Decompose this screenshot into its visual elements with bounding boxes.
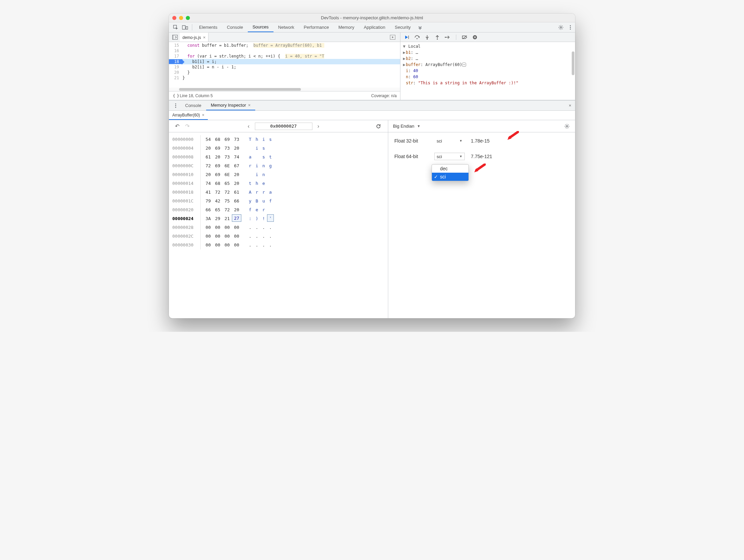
hex-byte[interactable]: 66 [203,206,213,214]
navigator-toggle-icon[interactable] [170,35,180,40]
scope-variable[interactable]: i: 40 [402,68,573,74]
hex-byte[interactable]: 20 [232,206,241,214]
hex-ascii-char[interactable]: r [247,161,254,170]
hex-ascii-char[interactable]: r [260,188,267,197]
scope-variable[interactable]: ▶ buffer: ArrayBuffer(60) ⋯ [402,62,573,68]
code-line[interactable]: 15 const buffer = b1.buffer; buffer = Ar… [169,43,400,48]
step-into-icon[interactable] [424,34,430,40]
hex-ascii-char[interactable]: f [267,197,274,206]
scope-variable[interactable]: ▶ b2: … [402,56,573,62]
close-buffer-icon[interactable]: × [202,113,204,117]
step-out-icon[interactable] [434,34,440,40]
hex-ascii-char[interactable]: e [254,206,260,214]
tab-security[interactable]: Security [390,22,415,32]
hex-byte[interactable]: 21 [222,214,232,223]
hex-ascii-char[interactable] [267,144,274,153]
hex-ascii-char[interactable]: A [247,188,254,197]
hex-byte[interactable]: 00 [232,232,241,241]
hex-ascii-char[interactable] [267,170,274,179]
hex-byte[interactable]: 61 [203,153,213,161]
hex-ascii-char[interactable]: h [254,135,260,144]
hex-ascii-char[interactable]: i [254,170,260,179]
hex-row[interactable]: 0000003000000000.... [172,241,385,250]
hex-byte[interactable]: 20 [232,144,241,153]
address-next-icon[interactable]: › [314,123,323,129]
hex-byte[interactable]: 20 [203,144,213,153]
hex-ascii-char[interactable]: . [267,241,274,250]
hex-byte[interactable]: 20 [213,153,222,161]
step-over-icon[interactable] [414,34,420,40]
hex-row[interactable]: 0000002800000000.... [172,223,385,232]
run-snippet-icon[interactable] [388,35,397,40]
hex-byte[interactable]: 00 [213,232,222,241]
hex-ascii-char[interactable]: t [247,179,254,188]
hex-row[interactable]: 0000000C72696E67ring [172,161,385,170]
hex-byte[interactable]: 72 [222,188,232,197]
hex-byte[interactable]: 65 [213,206,222,214]
step-icon[interactable] [444,34,451,40]
refresh-icon[interactable] [376,124,384,129]
code-line[interactable]: 19 b2[i] = n - i - 1; [169,64,400,70]
close-drawer-tab-icon[interactable]: × [248,103,251,108]
device-toolbar-icon[interactable] [180,22,190,32]
hex-byte[interactable]: 00 [232,223,241,232]
hex-byte[interactable]: 00 [203,241,213,250]
settings-icon[interactable] [556,22,566,32]
hex-byte[interactable]: 73 [222,153,232,161]
hex-grid[interactable]: 0000000054686973This0000000420697320 is … [169,132,388,318]
hex-row[interactable]: 0000001474686520the [172,179,385,188]
hex-ascii-char[interactable]: f [247,206,254,214]
hex-ascii-char[interactable]: . [254,232,260,241]
hex-byte[interactable]: 00 [203,232,213,241]
hex-byte[interactable]: 00 [213,223,222,232]
line-number[interactable]: 15 [169,43,182,48]
hex-byte[interactable]: 20 [203,170,213,179]
deactivate-breakpoints-icon[interactable] [462,34,468,40]
address-prev-icon[interactable]: ‹ [245,123,253,129]
buffer-tab[interactable]: ArrayBuffer(60) × [169,111,208,120]
inspect-element-icon[interactable] [171,22,180,32]
undo-nav-icon[interactable]: ↶ [173,123,181,129]
tab-memory[interactable]: Memory [334,22,359,32]
pause-on-exceptions-icon[interactable] [472,34,478,40]
hex-byte[interactable]: 54 [203,135,213,144]
hex-byte[interactable]: 69 [213,170,222,179]
hex-byte[interactable]: 20 [232,179,241,188]
hex-ascii-char[interactable]: . [260,223,267,232]
hex-ascii-char[interactable]: y [247,197,254,206]
hex-ascii-char[interactable]: i [260,135,267,144]
minimize-window-button[interactable] [179,16,183,20]
line-number[interactable]: 19 [169,65,182,69]
hex-byte[interactable]: 00 [222,232,232,241]
address-input[interactable] [255,123,312,130]
code-line[interactable]: 17 for (var i = str.length; i < n; ++i) … [169,53,400,59]
hex-byte[interactable]: 20 [232,170,241,179]
hex-byte[interactable]: 3A [203,214,213,223]
hex-byte[interactable]: 65 [222,179,232,188]
tab-network[interactable]: Network [273,22,299,32]
hex-byte[interactable]: 74 [232,153,241,161]
hex-byte[interactable]: 73 [232,135,241,144]
hex-byte[interactable]: 41 [203,188,213,197]
hex-row[interactable]: 0000000420697320 is [172,144,385,153]
close-drawer-icon[interactable]: × [565,101,575,110]
hex-ascii-char[interactable]: e [260,179,267,188]
hex-ascii-char[interactable]: u [260,197,267,206]
line-number[interactable]: 20 [169,70,182,75]
hex-byte[interactable]: 00 [203,223,213,232]
line-number[interactable]: 21 [169,76,182,80]
hex-row[interactable]: 0000002066657220fer [172,206,385,214]
hex-byte[interactable]: 68 [213,179,222,188]
kebab-menu-icon[interactable] [566,22,575,32]
hex-byte[interactable]: 42 [213,197,222,206]
line-number[interactable]: 18 [169,59,182,64]
hex-byte[interactable]: 72 [213,188,222,197]
hex-byte[interactable]: 6E [222,161,232,170]
scope-header[interactable]: ▼ Local [402,43,573,49]
scope-variable[interactable]: n: 60 [402,74,573,80]
scope-variable[interactable]: ▶ b1: … [402,49,573,56]
hex-ascii-char[interactable]: s [260,153,267,161]
drawer-tab-memory-inspector[interactable]: Memory Inspector × [206,101,256,110]
vertical-scrollbar[interactable] [572,42,574,100]
value-settings-icon[interactable] [564,124,570,129]
